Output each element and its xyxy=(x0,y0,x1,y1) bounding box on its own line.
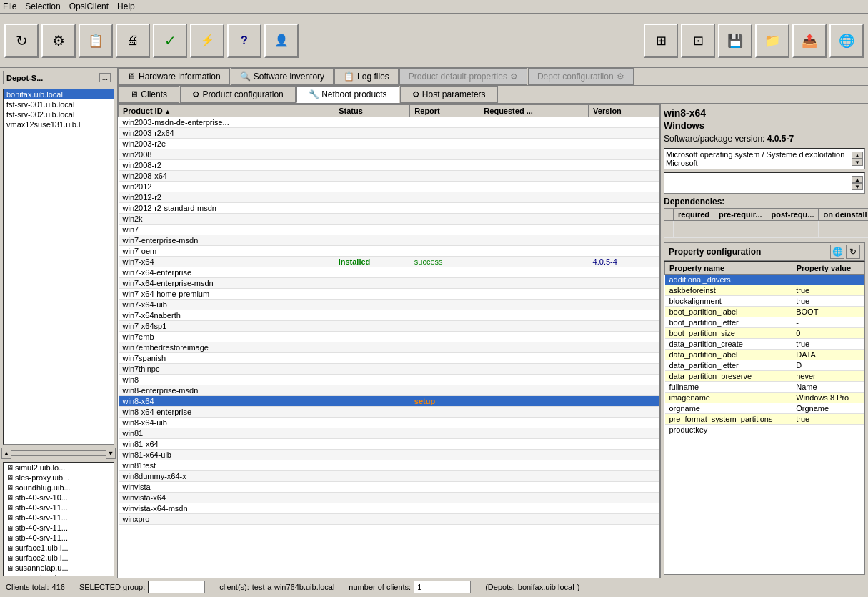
req-scroll-down[interactable]: ▼ xyxy=(852,183,863,190)
table-row[interactable]: win7-x64-enterprise xyxy=(119,267,659,278)
table-row[interactable]: win2003-r2e xyxy=(119,139,659,149)
depot-item-tst-srv-001[interactable]: tst-srv-001.uib.local xyxy=(4,99,114,109)
table-row[interactable]: win7-x64-uib xyxy=(119,300,659,310)
table-row[interactable]: win7embedrestoreimage xyxy=(119,342,659,353)
tree-item-stb40-2[interactable]: 🖥 stb-40-srv-11... xyxy=(4,503,114,513)
tree-item-susanne[interactable]: 🖥 susannelap.u... xyxy=(4,563,114,573)
table-row[interactable]: win2008-r2 xyxy=(119,160,659,171)
table-row[interactable]: win7thinpc xyxy=(119,364,659,375)
table-row[interactable]: win8-x64-uib xyxy=(119,418,659,428)
prop-row-additional-drivers[interactable]: additional_drivers xyxy=(665,275,864,285)
table-row[interactable]: win81-x64 xyxy=(119,439,659,450)
number-of-clients-input[interactable] xyxy=(414,581,471,593)
tree-item-soundhlug[interactable]: 🖥 soundhlug.uib... xyxy=(4,483,114,493)
table-row[interactable]: win7-x64-enterprise-msdn xyxy=(119,278,659,289)
prop-row-imagename[interactable]: imagename Windows 8 Pro xyxy=(665,393,864,403)
table-row[interactable]: win7-enterprise-msdn xyxy=(119,235,659,246)
tree-item-swvproto[interactable]: 🖥 swvproto.uib... xyxy=(4,573,114,576)
prop-row-boot-partition-letter[interactable]: boot_partition_letter - xyxy=(665,317,864,328)
col-product-id[interactable]: Product ID xyxy=(119,105,334,117)
tab-depot-config[interactable]: Depot configuratiion ⚙ xyxy=(528,68,634,85)
table-row[interactable]: win81 xyxy=(119,428,659,439)
toolbar-filter-button[interactable]: ⚡ xyxy=(190,24,224,58)
tab-host-params[interactable]: ⚙ Host parameters xyxy=(400,86,498,103)
sidebar-scroll-down[interactable]: ▼ xyxy=(106,448,116,459)
prop-icon-globe[interactable]: 🌐 xyxy=(830,245,844,259)
tab-hardware-info[interactable]: 🖥 Hardware information xyxy=(118,68,230,85)
req-scroll-up[interactable]: ▲ xyxy=(852,176,863,183)
prop-row-blockalignment[interactable]: blockalignment true xyxy=(665,296,864,307)
toolbar-grid1-button[interactable]: ⊞ xyxy=(644,24,678,58)
toolbar-refresh-button[interactable]: ↻ xyxy=(4,24,39,58)
prop-row-data-partition-preserve[interactable]: data_partition_preserve never xyxy=(665,371,864,382)
table-row[interactable]: win7emb xyxy=(119,332,659,342)
tree-item-stb40-3[interactable]: 🖥 stb-40-srv-11... xyxy=(4,513,114,523)
table-row[interactable]: win8 xyxy=(119,375,659,385)
table-row[interactable]: win7 xyxy=(119,225,659,235)
toolbar-export-button[interactable]: 📤 xyxy=(792,24,827,58)
col-requested[interactable]: Requested ... xyxy=(479,105,589,117)
table-row[interactable]: winvista xyxy=(119,482,659,493)
table-row[interactable]: winxpro xyxy=(119,514,659,525)
tree-item-simul2[interactable]: 🖥 simul2.uib.lo... xyxy=(4,463,114,473)
table-row[interactable]: win7-oem xyxy=(119,246,659,257)
table-row[interactable]: win8dummy-x64-x xyxy=(119,471,659,482)
depot-item-vmax12[interactable]: vmax12suse131.uib.l xyxy=(4,119,114,129)
table-row[interactable]: win2012 xyxy=(119,182,659,192)
toolbar-network-button[interactable]: 🌐 xyxy=(829,24,864,58)
toolbar-print-button[interactable]: 🖨 xyxy=(116,24,150,58)
tree-item-stb40-1[interactable]: 🖥 stb-40-srv-10... xyxy=(4,493,114,503)
menu-help[interactable]: Help xyxy=(117,1,135,11)
prop-table-wrapper[interactable]: Property name Property value additional_… xyxy=(664,261,865,575)
toolbar-help-button[interactable]: ? xyxy=(227,24,261,58)
tree-item-stb40-4[interactable]: 🖥 stb-40-srv-11... xyxy=(4,523,114,533)
table-row[interactable]: win2003-msdn-de-enterprise... xyxy=(119,117,659,128)
depot-item-tst-srv-002[interactable]: tst-srv-002.uib.local xyxy=(4,109,114,119)
prop-row-boot-partition-label[interactable]: boot_partition_label BOOT xyxy=(665,307,864,317)
toolbar-check-button[interactable]: ✓ xyxy=(153,24,187,58)
tab-product-config[interactable]: ⚙ Product configuration xyxy=(180,86,296,103)
toolbar-folder-button[interactable]: 📁 xyxy=(755,24,789,58)
table-row[interactable]: win81-x64-uib xyxy=(119,450,659,460)
table-row[interactable]: winvista-x64 xyxy=(119,493,659,503)
table-row[interactable]: win81test xyxy=(119,460,659,471)
toolbar-save-button[interactable]: 💾 xyxy=(718,24,752,58)
table-row[interactable]: win8-x64-enterprise xyxy=(119,407,659,418)
toolbar-user-button[interactable]: 👤 xyxy=(264,24,299,58)
tab-log-files[interactable]: 📋 Log files xyxy=(334,68,399,85)
product-table-wrapper[interactable]: Product ID Status Report Requested ... V… xyxy=(118,104,659,578)
tab-clients[interactable]: 🖥 Clients xyxy=(118,86,179,103)
col-version[interactable]: Version xyxy=(589,105,659,117)
table-row[interactable]: win7-x64-home-premium xyxy=(119,289,659,300)
tab-netboot[interactable]: 🔧 Netboot products xyxy=(296,86,399,103)
menu-opsiclient[interactable]: OpsiClient xyxy=(69,1,109,11)
menu-file[interactable]: File xyxy=(3,1,16,11)
desc-scroll-up[interactable]: ▲ xyxy=(852,152,863,159)
selected-group-input[interactable] xyxy=(148,581,205,593)
prop-row-productkey[interactable]: productkey xyxy=(665,425,864,435)
tab-software-inventory[interactable]: 🔍 Software inventory xyxy=(231,68,334,85)
table-row[interactable]: win2008 xyxy=(119,149,659,160)
table-row-selected[interactable]: win8-x64setup xyxy=(119,396,659,407)
prop-row-data-partition-label[interactable]: data_partition_label DATA xyxy=(665,350,864,360)
prop-row-boot-partition-size[interactable]: boot_partition_size 0 xyxy=(665,328,864,339)
table-row[interactable]: win2008-x64 xyxy=(119,171,659,182)
tab-product-defaults[interactable]: Product default-properties ⚙ xyxy=(399,68,527,85)
prop-row-pre-format[interactable]: pre_format_system_partitions true xyxy=(665,414,864,425)
table-row[interactable]: win7-x64sp1 xyxy=(119,321,659,332)
table-row[interactable]: win2003-r2x64 xyxy=(119,128,659,139)
sidebar-scroll-up[interactable]: ▲ xyxy=(1,448,11,459)
toolbar-grid2-button[interactable]: ⊡ xyxy=(681,24,715,58)
tree-item-surface1[interactable]: 🖥 surface1.uib.l... xyxy=(4,543,114,553)
table-row[interactable]: win7-x64installedsuccess4.0.5-4 xyxy=(119,257,659,267)
prop-row-askbeforeinst[interactable]: askbeforeinst true xyxy=(665,285,864,296)
menu-selection[interactable]: Selection xyxy=(25,1,60,11)
toolbar-config-button[interactable]: ⚙ xyxy=(41,24,76,58)
toolbar-clipboard-button[interactable]: 📋 xyxy=(79,24,113,58)
table-row[interactable]: win2012-r2 xyxy=(119,192,659,203)
table-row[interactable]: winvista-x64-msdn xyxy=(119,503,659,514)
table-row[interactable]: win2k xyxy=(119,214,659,225)
table-row[interactable]: win2012-r2-standard-msdn xyxy=(119,203,659,214)
prop-row-orgname[interactable]: orgname Orgname xyxy=(665,403,864,414)
table-row[interactable]: win7spanish xyxy=(119,353,659,364)
